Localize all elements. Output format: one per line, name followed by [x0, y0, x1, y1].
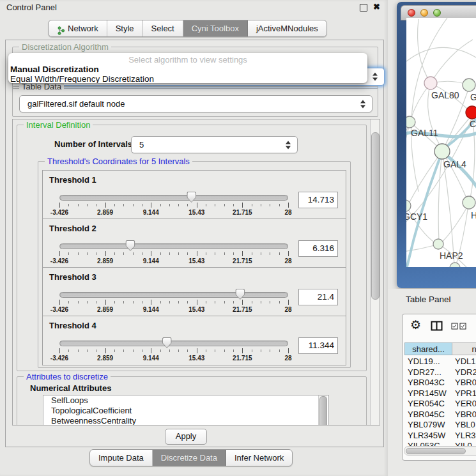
threshold-1-slider[interactable]: -3.426 2.859 9.144 15.43 21.715 28 — [59, 194, 288, 217]
cell[interactable]: YDR27... — [408, 367, 450, 378]
tab-discretize-data[interactable]: Discretize Data — [153, 450, 226, 466]
network-view-window: GAL80 GAL11 GAL4 GCY1 HAP2 GA C H — [397, 2, 476, 288]
tab-impute-data-label: Impute Data — [98, 450, 144, 466]
tab-cyni-toolbox[interactable]: Cyni Toolbox — [183, 20, 248, 36]
number-of-intervals-value: 5 — [139, 137, 144, 153]
threshold-1-panel: Threshold 1 -3.426 2.859 9.144 15.43 — [42, 170, 346, 220]
threshold-1-label: Threshold 1 — [49, 175, 96, 185]
number-of-intervals-combobox[interactable]: 5 — [131, 136, 298, 153]
node-gal4 — [434, 144, 450, 159]
scrollbar-thumb[interactable] — [371, 132, 380, 300]
cell[interactable]: YLR3 — [455, 431, 476, 441]
slider-thumb[interactable] — [187, 192, 196, 203]
cell[interactable]: YDL1 — [455, 357, 476, 367]
tick-label: 9.144 — [143, 306, 159, 313]
cell[interactable]: YBL0 — [455, 420, 475, 431]
slider-thumb[interactable] — [162, 337, 172, 348]
table-row[interactable]: YBL079WYBL0 — [403, 420, 476, 431]
tick-label: 28 — [284, 306, 291, 313]
tick-label: 15.43 — [188, 257, 204, 265]
cell[interactable]: YBR0 — [455, 410, 476, 420]
settings-vertical-scrollbar[interactable] — [370, 119, 380, 425]
dropdown-option-manual-discretization[interactable]: Manual Discretization — [8, 65, 367, 74]
slider-tick-labels: -3.426 2.859 9.144 15.43 21.715 28 — [59, 257, 288, 265]
tick-label: 9.144 — [143, 209, 159, 216]
threshold-2-value-field[interactable]: 6.316 — [298, 240, 338, 257]
cell[interactable]: YPR1 — [455, 388, 476, 399]
cell[interactable]: YDL19... — [408, 357, 450, 367]
dropdown-option-equal-width-frequency[interactable]: Equal Width/Frequency Discretization — [8, 74, 367, 83]
threshold-3-value-field[interactable]: 21.4 — [298, 289, 338, 305]
tick-label: 9.144 — [143, 257, 159, 265]
apply-button[interactable]: Apply — [165, 429, 207, 445]
slider-tick-labels: -3.426 2.859 9.144 15.43 21.715 28 — [59, 209, 288, 216]
zoom-traffic-light[interactable] — [433, 9, 441, 17]
select-columns-icon[interactable] — [451, 323, 466, 330]
threshold-4-slider[interactable]: -3.426 2.859 9.144 15.43 21.715 28 — [59, 339, 288, 362]
combo-arrows-icon — [286, 141, 291, 149]
float-window-icon[interactable] — [360, 4, 367, 12]
cell[interactable]: YPR145W — [408, 388, 450, 399]
list-item[interactable]: TopologicalCoefficient — [43, 406, 328, 416]
node-gal80 — [424, 77, 437, 89]
scrollbar-thumb[interactable] — [319, 396, 327, 426]
table-row[interactable]: YLR345WYLR3 — [403, 431, 476, 441]
table-row[interactable]: YBR043CYBR0 — [403, 378, 476, 388]
list-item[interactable]: BetweennessCentrality — [43, 416, 328, 426]
attributes-list-scrollbar[interactable] — [318, 395, 327, 426]
column-header-name[interactable]: n — [452, 342, 476, 355]
table-panel: Table Panel ⚙ shared... n YDL19...YDL1 Y… — [388, 289, 476, 476]
threshold-3-slider[interactable]: -3.426 2.859 9.144 15.43 21.715 28 — [59, 291, 288, 314]
slider-thumb[interactable] — [235, 289, 245, 300]
network-canvas[interactable]: GAL80 GAL11 GAL4 GCY1 HAP2 GA C H — [406, 18, 476, 267]
cell[interactable]: YBL079W — [408, 420, 450, 431]
slider-track[interactable] — [59, 341, 288, 346]
minimize-traffic-light[interactable] — [420, 9, 428, 17]
table-row[interactable]: YBR045CYBR0 — [403, 410, 476, 420]
table-data-combobox[interactable]: galFiltered.sif default node — [19, 95, 372, 112]
cell[interactable]: YDR2 — [455, 367, 476, 378]
close-icon[interactable]: ✖ — [373, 2, 380, 12]
slider-track[interactable] — [59, 195, 288, 201]
scrollbar-thumb[interactable] — [406, 448, 466, 454]
table-row[interactable]: YDL19...YDL1 — [403, 357, 476, 367]
gear-icon[interactable]: ⚙ — [410, 318, 421, 332]
interval-definition-group-title: Interval Definition — [24, 120, 93, 130]
node-label-partial: C — [470, 119, 476, 129]
tab-jactivemnodules[interactable]: jActiveMNodules — [248, 20, 326, 36]
cell[interactable]: YER054C — [408, 399, 450, 410]
cell[interactable]: YBR0 — [455, 378, 476, 388]
close-traffic-light[interactable] — [408, 9, 415, 17]
node-label-partial: H — [471, 210, 476, 220]
tab-style[interactable]: Style — [107, 20, 143, 36]
cell[interactable]: YLR345W — [408, 431, 450, 441]
tab-infer-network[interactable]: Infer Network — [226, 450, 292, 466]
table-row[interactable]: YDR27...YDR2 — [403, 367, 476, 378]
attributes-group-title: Attributes to discretize — [24, 372, 111, 381]
node-label-partial: GA — [470, 92, 476, 102]
slider-thumb[interactable] — [125, 240, 135, 251]
slider-track[interactable] — [59, 292, 288, 298]
cell[interactable]: YER0 — [455, 399, 476, 410]
table-body: YDL19...YDL1 YDR27...YDR2 YBR043CYBR0 YP… — [403, 357, 476, 452]
numerical-attributes-list[interactable]: SelfLoops TopologicalCoefficient Between… — [43, 395, 329, 426]
split-columns-icon[interactable] — [431, 321, 443, 334]
cell[interactable]: YBR045C — [408, 410, 450, 420]
table-panel-title: Table Panel — [406, 295, 451, 304]
list-item[interactable]: SelfLoops — [43, 395, 328, 406]
table-row[interactable]: YER054CYER0 — [403, 399, 476, 410]
threshold-4-value-field[interactable]: 11.344 — [298, 337, 338, 354]
cell[interactable]: YBR043C — [408, 378, 450, 388]
slider-track[interactable] — [59, 243, 288, 249]
table-row[interactable]: YPR145WYPR1 — [403, 388, 476, 399]
node-unlabeled — [463, 79, 475, 91]
threshold-1-value-field[interactable]: 14.713 — [298, 192, 338, 208]
tab-select[interactable]: Select — [143, 20, 183, 36]
table-horizontal-scrollbar[interactable] — [404, 446, 476, 456]
threshold-2-slider[interactable]: -3.426 2.859 9.144 15.43 21.715 28 — [59, 242, 288, 265]
tab-impute-data[interactable]: Impute Data — [90, 450, 153, 466]
node-table-card: ⚙ shared... n YDL19...YDL1 YDR27...YDR2 … — [402, 314, 476, 461]
tab-network[interactable]: Network — [49, 20, 107, 36]
node-label: GCY1 — [406, 211, 427, 222]
column-header-shared-name[interactable]: shared... — [404, 342, 452, 355]
